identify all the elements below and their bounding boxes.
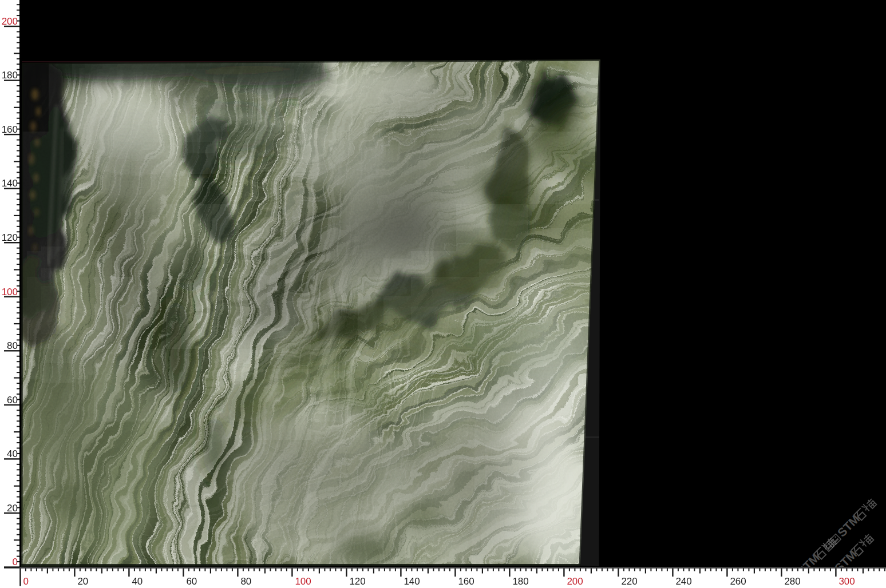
- svg-text:300: 300: [838, 576, 855, 587]
- svg-text:160: 160: [2, 124, 18, 135]
- svg-text:20: 20: [7, 503, 18, 514]
- svg-text:280: 280: [784, 576, 800, 587]
- svg-text:120: 120: [349, 576, 365, 587]
- svg-text:60: 60: [186, 576, 197, 587]
- svg-text:20: 20: [77, 576, 88, 587]
- svg-text:80: 80: [240, 576, 251, 587]
- svg-text:140: 140: [2, 178, 18, 189]
- svg-text:100: 100: [295, 576, 311, 587]
- svg-text:60: 60: [7, 395, 18, 406]
- svg-text:220: 220: [621, 576, 637, 587]
- svg-text:0: 0: [23, 576, 28, 587]
- svg-text:180: 180: [2, 70, 18, 81]
- svg-text:40: 40: [132, 576, 143, 587]
- svg-text:180: 180: [512, 576, 528, 587]
- svg-text:200: 200: [2, 16, 18, 27]
- svg-text:100: 100: [2, 287, 18, 297]
- svg-text:140: 140: [404, 576, 420, 587]
- svg-text:120: 120: [2, 232, 18, 243]
- svg-text:80: 80: [7, 340, 18, 351]
- svg-text:160: 160: [458, 576, 474, 587]
- svg-text:200: 200: [567, 576, 583, 587]
- svg-text:40: 40: [7, 448, 18, 459]
- svg-text:260: 260: [730, 576, 746, 587]
- svg-text:240: 240: [675, 576, 691, 587]
